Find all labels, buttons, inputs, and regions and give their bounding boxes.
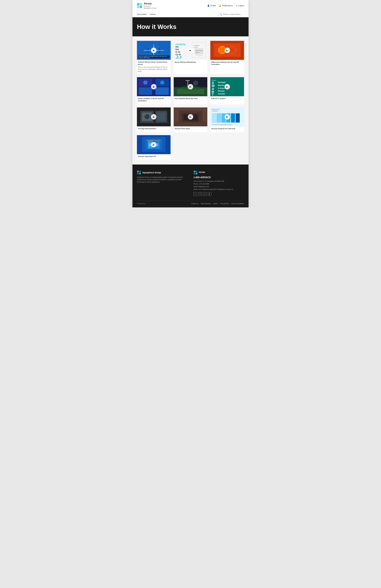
video-card-10[interactable]: ▶ Vacuum Toilet Retro Fit — [137, 135, 171, 160]
page-title: How it Works — [137, 23, 244, 30]
profile-link[interactable]: 👤 Profile — [207, 4, 216, 7]
airvac-logo-icon: S S S S — [137, 3, 142, 8]
footer-details: 4217 N Old U.S. 31, Rochester, IN 46975 … — [193, 180, 244, 191]
video-title-7: Test Rig Demonstration — [138, 127, 170, 130]
footer-top: Aqseptence Group Aqseptence Group is a l… — [137, 170, 244, 196]
video-card-6[interactable]: irvac S M A R T Strategic Monitoring A d… — [210, 77, 244, 104]
video-title-8: Vacuum Floor Drain — [174, 127, 207, 130]
video-info-10: Vacuum Toilet Retro Fit — [137, 154, 171, 160]
svg-text:the: the — [175, 46, 179, 48]
svg-text:Sump Router: Sump Router — [196, 55, 203, 56]
video-card-9[interactable]: Airvac Group ilo Systems The costs for a… — [210, 107, 244, 132]
svg-text:Vacuum Wave: Vacuum Wave — [196, 50, 203, 51]
video-info-6: S.M.A.R.T. System — [210, 96, 244, 102]
play-button-10[interactable]: ▶ — [151, 142, 156, 147]
svg-text:Module: Module — [194, 46, 198, 48]
notifications-link[interactable]: 🔔 Notifications — [219, 4, 233, 7]
svg-point-47 — [193, 81, 198, 86]
hero-section: How it Works — [133, 17, 248, 36]
play-button-2[interactable]: ▶ — [188, 48, 193, 53]
svg-point-41 — [160, 81, 164, 85]
footer-phone-number: Phone: 1 574-223-3980 — [193, 183, 244, 185]
video-card-5[interactable]: ▶ Port Charlotte Birds Eye View — [174, 77, 208, 104]
header-navigation: 👤 Profile 🔔 Notifications ⇥ Logout — [207, 4, 244, 7]
svg-text:live: live — [175, 48, 179, 50]
video-info-9: Vacuum Systems for Industrial — [210, 126, 244, 132]
video-card-1[interactable]: When ten gallons of sewage collects in t… — [137, 41, 171, 74]
video-grid-row-4: ▶ Vacuum Toilet Retro Fit — [137, 135, 244, 160]
svg-text:Strategic: Strategic — [218, 82, 226, 84]
svg-text:,2,3: ,2,3 — [175, 55, 181, 59]
video-card-8[interactable]: ▶ Vacuum Floor Drain — [174, 107, 208, 132]
linkedin-social-icon[interactable]: in — [203, 192, 207, 196]
logo-text: Airvac A brand of Aqseptence Group — [144, 2, 156, 9]
svg-rect-84 — [236, 113, 240, 123]
video-title-9: Vacuum Systems for Industrial — [211, 127, 243, 130]
phone-social-icon[interactable]: 📞 — [193, 192, 197, 196]
play-button-5[interactable]: ▶ — [188, 84, 193, 89]
content-area: When ten gallons of sewage collects in t… — [133, 36, 248, 165]
svg-rect-83 — [231, 113, 235, 123]
footer-social-icons: 📞 ✉ in ▶ — [193, 192, 244, 196]
video-card-2[interactable]: nnectivity the live is as sy as ,2,3 LoR… — [174, 41, 208, 74]
video-info-8: Vacuum Floor Drain — [174, 126, 208, 132]
logo-area: S S S S Airvac A brand of Aqseptence Gro… — [137, 2, 156, 9]
svg-rect-79 — [212, 113, 216, 123]
logout-link[interactable]: ⇥ Logout — [236, 4, 244, 7]
documents-nav-item[interactable]: Documents — [137, 13, 147, 16]
footer-link-procurement[interactable]: Procurement — [220, 203, 229, 205]
svg-text:T: T — [212, 93, 214, 96]
svg-text:is as: is as — [175, 51, 180, 53]
footer-link-data-protection[interactable]: Data Protection — [201, 203, 211, 205]
video-desc-1: This is a 38 second demonstration of how… — [138, 66, 170, 72]
svg-rect-32 — [220, 47, 225, 53]
video-card-7[interactable]: ▶ Test Rig Demonstration — [137, 107, 171, 132]
video-card-4[interactable]: ▶ Impact of Water in the AC and HP Contr… — [137, 77, 171, 104]
logo-sub-brand: A brand of Aqseptence Group — [144, 5, 156, 9]
search-bar: 🔍 — [220, 13, 244, 16]
email-social-icon[interactable]: ✉ — [198, 192, 202, 196]
footer-link-contact[interactable]: Contact us — [191, 203, 198, 205]
video-thumb-5: ▶ — [174, 77, 208, 96]
video-title-3: Differences between the AC and HP Contro… — [211, 61, 243, 66]
svg-text:S: S — [140, 4, 142, 5]
play-button-8[interactable]: ▶ — [188, 114, 193, 120]
svg-rect-96 — [139, 171, 141, 172]
search-input[interactable] — [223, 13, 244, 15]
video-card-3[interactable]: ▶ Differences between the AC and HP Cont… — [210, 41, 244, 74]
video-thumb-4: ▶ — [137, 77, 171, 96]
video-caption-1: When ten gallons of sewage collects in t… — [138, 55, 170, 59]
logo-brand-name: Airvac — [144, 2, 156, 5]
video-thumb-9: Airvac Group ilo Systems The costs for a… — [210, 107, 244, 126]
video-title-1: A Quick Vacuum Sewer System Demo - Airva… — [138, 61, 170, 65]
svg-point-66 — [145, 114, 150, 119]
video-title-5: Port Charlotte Birds Eye View — [174, 97, 207, 100]
video-info-7: Test Rig Demonstration — [137, 126, 171, 132]
search-icon: 🔍 — [220, 13, 222, 16]
videos-nav-item[interactable]: Videos — [150, 13, 156, 16]
footer-links: Contact us Data Protection Imprint Procu… — [191, 203, 244, 205]
footer-link-imprint[interactable]: Imprint — [213, 203, 218, 205]
svg-rect-97 — [137, 173, 139, 174]
play-button-9[interactable]: ▶ — [225, 114, 230, 120]
footer-email: Email: info@airvac.com — [193, 185, 244, 188]
play-button-1[interactable]: ▶ — [151, 48, 156, 53]
play-button-3[interactable]: ▶ — [225, 48, 230, 53]
footer-address: 4217 N Old U.S. 31, Rochester, IN 46975 … — [193, 180, 244, 183]
footer-airvac-logo-row: Airvac — [193, 170, 244, 175]
video-thumb-1: When ten gallons of sewage collects in t… — [137, 41, 171, 60]
footer-link-terms[interactable]: Terms & Conditions — [231, 203, 244, 205]
svg-rect-95 — [137, 171, 139, 172]
video-info-2: Airvac Wireless Monitoring — [174, 60, 208, 66]
play-button-4[interactable]: ▶ — [151, 84, 156, 89]
play-button-6[interactable]: ▶ — [225, 84, 230, 89]
footer-airvac-brand-name: Airvac — [199, 171, 205, 173]
svg-rect-33 — [230, 47, 235, 53]
svg-text:LoRaWAN: LoRaWAN — [194, 45, 199, 46]
svg-point-40 — [143, 81, 147, 85]
social-icon-4[interactable]: ▶ — [208, 192, 211, 196]
play-button-7[interactable]: ▶ — [151, 114, 156, 120]
svg-rect-67 — [157, 112, 166, 121]
svg-text:Transfer: Transfer — [218, 93, 225, 95]
header: S S S S Airvac A brand of Aqseptence Gro… — [133, 0, 248, 11]
